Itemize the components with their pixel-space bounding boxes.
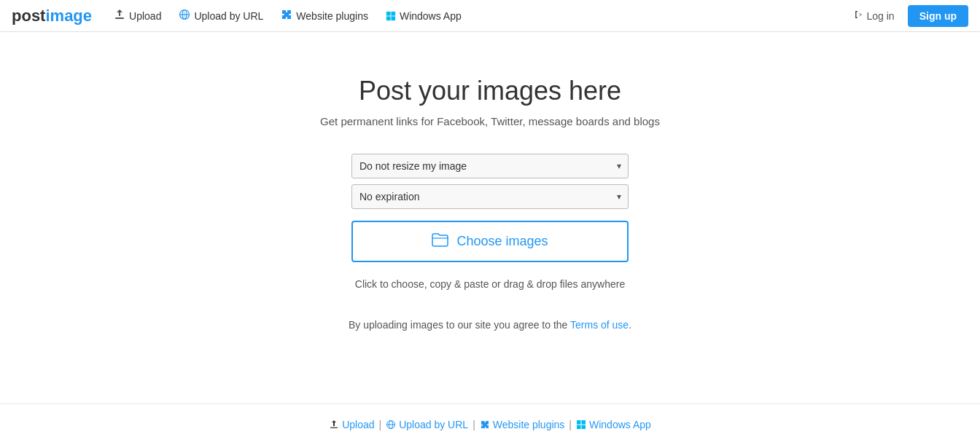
page-title: Post your images here [359, 76, 621, 106]
upload-form: Do not resize my imageResize to 100x75Re… [351, 154, 629, 290]
footer-plugins-link[interactable]: Website plugins [480, 419, 565, 430]
header-right: Log in Sign up [847, 5, 968, 27]
footer-upload-link[interactable]: Upload [329, 419, 374, 430]
drag-hint: Click to choose, copy & paste or drag & … [355, 278, 625, 290]
main-nav: Upload Upload by URL Website plugins [106, 4, 846, 27]
logo-image: image [45, 7, 92, 25]
nav-upload[interactable]: Upload [106, 4, 168, 27]
footer-windows-link[interactable]: Windows App [576, 419, 651, 430]
upload-icon [114, 9, 125, 23]
nav-upload-url[interactable]: Upload by URL [171, 4, 271, 27]
login-button[interactable]: Log in [847, 5, 902, 26]
terms-of-use-link[interactable]: Terms of use [570, 319, 629, 331]
logo-post: post [12, 7, 45, 25]
svg-rect-15 [577, 425, 581, 430]
footer: Upload | Upload by URL | Website plugins… [0, 403, 980, 437]
signup-button[interactable]: Sign up [908, 5, 968, 27]
terms-notice: By uploading images to our site you agre… [349, 319, 631, 331]
svg-rect-7 [386, 16, 391, 20]
choose-images-button[interactable]: Choose images [351, 221, 629, 262]
svg-rect-8 [391, 16, 395, 20]
svg-rect-9 [330, 428, 338, 429]
svg-rect-13 [577, 420, 581, 425]
expiration-select[interactable]: No expiration1 hour1 day1 week1 month6 m… [351, 184, 629, 209]
nav-website-plugins[interactable]: Website plugins [273, 4, 376, 27]
svg-rect-6 [391, 11, 395, 15]
globe-icon [179, 9, 190, 23]
svg-rect-16 [581, 425, 586, 430]
resize-select-wrapper: Do not resize my imageResize to 100x75Re… [351, 154, 629, 178]
resize-select[interactable]: Do not resize my imageResize to 100x75Re… [351, 154, 629, 178]
footer-upload-url-link[interactable]: Upload by URL [386, 419, 468, 430]
folder-open-icon [432, 232, 449, 251]
login-arrow-icon [854, 9, 864, 22]
main-content: Post your images here Get permanent link… [0, 32, 980, 360]
puzzle-icon [281, 9, 292, 23]
svg-rect-0 [115, 17, 124, 19]
nav-windows-app[interactable]: Windows App [378, 6, 469, 26]
svg-rect-14 [581, 420, 586, 425]
svg-rect-5 [386, 11, 391, 15]
page-subtitle: Get permanent links for Facebook, Twitte… [320, 115, 660, 127]
expiration-select-wrapper: No expiration1 hour1 day1 week1 month6 m… [351, 184, 629, 209]
logo[interactable]: postimage [12, 7, 92, 25]
footer-nav: Upload | Upload by URL | Website plugins… [15, 419, 965, 430]
windows-icon [386, 11, 396, 21]
header: postimage Upload Upload by URL Website p… [0, 0, 980, 32]
